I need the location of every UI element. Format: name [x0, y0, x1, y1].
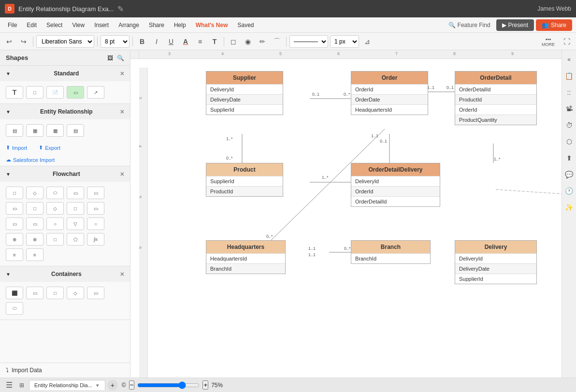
- fill-style-button[interactable]: ◉: [242, 35, 254, 48]
- fc-pent[interactable]: ⬠: [67, 233, 84, 246]
- arrow-icon[interactable]: ↗: [87, 86, 104, 99]
- right-panel-comment[interactable]: 💬: [564, 169, 575, 180]
- right-panel-pages[interactable]: 📋: [564, 71, 575, 81]
- line-width-select[interactable]: 1 px: [330, 35, 359, 48]
- cont-3[interactable]: □: [46, 287, 64, 299]
- bold-button[interactable]: B: [136, 35, 148, 48]
- line-color-button[interactable]: ✏: [256, 35, 269, 48]
- fc-rect8[interactable]: □: [46, 233, 64, 246]
- right-panel-layers[interactable]: ⬡: [564, 136, 575, 147]
- right-panel-collapse[interactable]: «: [564, 54, 575, 65]
- text-format-button[interactable]: T: [208, 35, 221, 48]
- fc-circle[interactable]: ○: [46, 218, 64, 230]
- fc-shape2[interactable]: ▭: [26, 218, 43, 230]
- zoom-slider[interactable]: [137, 381, 200, 389]
- import-button[interactable]: ⬆ Import: [6, 145, 27, 151]
- edit-title-icon[interactable]: ✎: [117, 4, 124, 14]
- er-icon-1[interactable]: ▤: [6, 124, 23, 137]
- entity-orderdetail[interactable]: OrderDetail OrderDetailId ProductId Orde…: [455, 71, 537, 125]
- standard-close[interactable]: ×: [120, 70, 124, 77]
- cont-2[interactable]: ▭: [26, 287, 43, 299]
- diagram-area[interactable]: 0..* 1..* 0..1 0..* 1..1 0..1 0..1: [148, 59, 562, 377]
- menu-help[interactable]: Help: [170, 20, 190, 30]
- flowchart-close[interactable]: ×: [120, 170, 124, 178]
- cont-1[interactable]: ⬛: [6, 287, 23, 299]
- fc-list2[interactable]: ≡: [6, 248, 23, 261]
- right-panel-magic[interactable]: ✨: [564, 202, 575, 213]
- entity-order[interactable]: Order OrderId OrderDate HeadquartersId: [351, 71, 428, 115]
- transform-button[interactable]: ⊿: [361, 35, 374, 48]
- fc-rect2[interactable]: ▭: [67, 187, 84, 199]
- feature-find-button[interactable]: 🔍 Feature Find: [448, 22, 490, 29]
- redo-button[interactable]: ↪: [17, 35, 30, 48]
- sidebar-search-button[interactable]: 🔍: [117, 55, 124, 61]
- fc-shape1[interactable]: ▭: [6, 218, 23, 230]
- import-data-button[interactable]: ⤵ Import Data: [0, 363, 130, 377]
- fc-xmark[interactable]: ⊗: [26, 233, 43, 246]
- containers-close[interactable]: ×: [120, 270, 124, 278]
- connector-button[interactable]: ⌒: [271, 35, 283, 48]
- menu-arrange[interactable]: Arrange: [115, 20, 143, 30]
- zoom-in-button[interactable]: +: [202, 380, 208, 390]
- entity-product[interactable]: Product SupplierId ProductId: [206, 163, 283, 197]
- menu-view[interactable]: View: [68, 20, 88, 30]
- fc-triangle[interactable]: ▽: [67, 218, 84, 230]
- entity-delivery[interactable]: Delivery DeliveryId DeliveryDate Supplie…: [455, 240, 537, 284]
- fullscreen-button[interactable]: ⛶: [561, 35, 573, 48]
- grid-view-button[interactable]: ⊞: [16, 380, 27, 391]
- fc-cross[interactable]: ⊕: [6, 233, 23, 246]
- cont-4[interactable]: ◇: [67, 287, 84, 299]
- font-color-button[interactable]: A: [179, 35, 192, 48]
- sidebar-section-standard-header[interactable]: ▼ Standard ×: [0, 66, 130, 81]
- font-family-select[interactable]: Liberation Sans: [36, 35, 94, 48]
- cont-5[interactable]: ▭: [87, 287, 104, 299]
- tab-dropdown-arrow[interactable]: ▼: [95, 383, 100, 388]
- right-panel-grid[interactable]: ::: [564, 87, 575, 98]
- align-button[interactable]: ≡: [194, 35, 206, 48]
- canvas[interactable]: 3 4 5 6 0..* 1..* 0..1 0..*: [139, 59, 562, 377]
- tab-er-diagram[interactable]: Entity Relationship Dia... ▼: [29, 380, 105, 390]
- italic-button[interactable]: I: [150, 35, 163, 48]
- cont-6[interactable]: ⬭: [6, 302, 23, 315]
- more-button[interactable]: ••• MORE: [538, 35, 559, 48]
- er-icon-4[interactable]: ▤: [67, 124, 84, 137]
- fc-diamond2[interactable]: ◇: [46, 202, 64, 215]
- menu-file[interactable]: File: [4, 20, 21, 30]
- fc-list3[interactable]: ≡: [26, 248, 43, 261]
- entity-supplier[interactable]: Supplier DeliveryId DeliveryDate Supplie…: [206, 71, 283, 115]
- fc-oval[interactable]: ⬭: [46, 187, 64, 199]
- fc-rect7[interactable]: ▭: [87, 202, 104, 215]
- rectangle-icon[interactable]: □: [26, 86, 43, 99]
- menu-whats-new[interactable]: What's New: [192, 20, 232, 30]
- fc-list1[interactable]: ∫≡: [87, 233, 104, 246]
- fc-rect5[interactable]: □: [26, 202, 43, 215]
- sidebar-section-containers-header[interactable]: ▼ Containers ×: [0, 266, 130, 282]
- fc-rect4[interactable]: ▭: [6, 202, 23, 215]
- er-close[interactable]: ×: [120, 108, 124, 116]
- undo-button[interactable]: ↩: [3, 35, 15, 48]
- fill-color-button[interactable]: ◻: [227, 35, 240, 48]
- entity-orderdetaildelivery[interactable]: OrderDetailDelivery DeliveryId OrderId O…: [351, 163, 440, 207]
- fc-rect[interactable]: □: [6, 187, 23, 199]
- right-panel-present[interactable]: 📽: [564, 103, 575, 114]
- menu-edit[interactable]: Edit: [23, 20, 41, 30]
- entity-headquarters[interactable]: Headquarters HeadquartersId BranchId: [206, 240, 286, 274]
- entity-branch[interactable]: Branch BranchId: [351, 240, 431, 264]
- fc-circle2[interactable]: ○: [87, 218, 104, 230]
- add-tab-button[interactable]: +: [107, 380, 118, 391]
- present-button[interactable]: ▶ Present: [496, 19, 534, 31]
- underline-button[interactable]: U: [165, 35, 177, 48]
- list-view-button[interactable]: ☰: [4, 380, 14, 391]
- right-panel-upload[interactable]: ⬆: [564, 153, 575, 163]
- sidebar-section-flowchart-header[interactable]: ▼ Flowchart ×: [0, 166, 130, 182]
- fc-rect3[interactable]: ▭: [87, 187, 104, 199]
- right-panel-timer[interactable]: ⏱: [564, 120, 575, 131]
- right-panel-history[interactable]: 🕐: [564, 186, 575, 196]
- colored-rect-icon[interactable]: ▭: [67, 86, 84, 99]
- line-style-select[interactable]: —————: [289, 35, 328, 48]
- er-icon-2[interactable]: ▦: [26, 124, 43, 137]
- text-icon[interactable]: T: [6, 86, 23, 99]
- sidebar-image-button[interactable]: 🖼: [107, 55, 113, 61]
- salesforce-import-button[interactable]: ☁ Salesforce Import: [6, 157, 55, 163]
- font-size-select[interactable]: 8 pt: [101, 35, 130, 48]
